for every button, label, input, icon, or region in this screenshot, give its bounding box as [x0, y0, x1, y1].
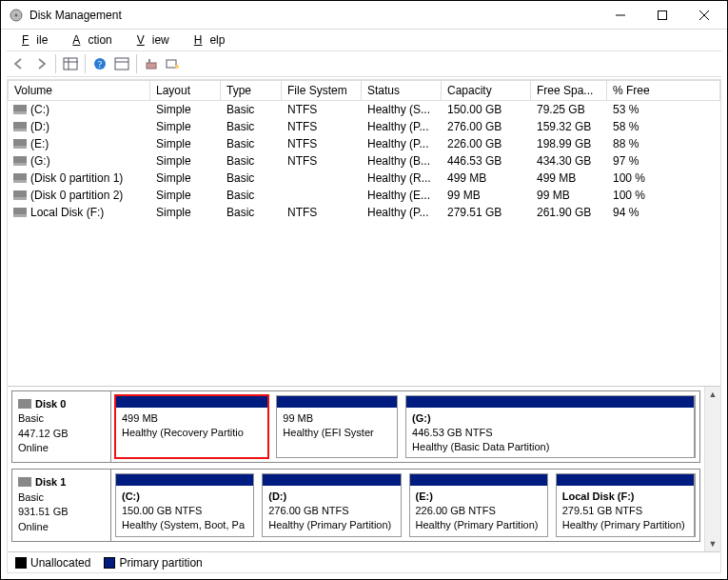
- properties-icon[interactable]: [111, 53, 132, 74]
- menu-view[interactable]: View: [122, 31, 177, 49]
- partition-header-bar: [263, 474, 400, 486]
- forward-button[interactable]: [30, 53, 51, 74]
- volume-icon: [13, 105, 27, 114]
- menu-help[interactable]: Help: [179, 31, 233, 49]
- volume-row[interactable]: Local Disk (F:)SimpleBasicNTFSHealthy (P…: [8, 204, 720, 221]
- app-icon: [9, 8, 24, 23]
- scroll-up-icon[interactable]: ▲: [705, 387, 720, 403]
- volume-icon: [13, 208, 27, 217]
- partition[interactable]: (C:)150.00 GB NTFSHealthy (System, Boot,…: [115, 473, 254, 537]
- legend-unallocated: Unallocated: [15, 556, 90, 570]
- disk-info[interactable]: Disk 1Basic931.51 GBOnline: [11, 469, 111, 542]
- partition-header-bar: [557, 474, 694, 486]
- close-button[interactable]: [683, 2, 725, 29]
- partition-header-bar: [277, 396, 397, 408]
- minimize-button[interactable]: [600, 2, 641, 29]
- maximize-button[interactable]: [641, 2, 683, 29]
- content-area: Volume Layout Type File System Status Ca…: [7, 79, 721, 573]
- disk-management-window: Disk Management File Action View Help ? …: [0, 0, 728, 580]
- col-free[interactable]: Free Spa...: [531, 80, 607, 101]
- back-button[interactable]: [9, 53, 30, 74]
- partition[interactable]: Local Disk (F:)279.51 GB NTFSHealthy (Pr…: [556, 473, 696, 537]
- volume-icon: [13, 139, 27, 149]
- column-headers: Volume Layout Type File System Status Ca…: [8, 80, 720, 101]
- svg-text:?: ?: [98, 59, 103, 70]
- svg-point-16: [175, 65, 179, 69]
- partition[interactable]: 99 MBHealthy (EFI Syster: [276, 395, 398, 459]
- volume-row[interactable]: (G:)SimpleBasicNTFSHealthy (B...446.53 G…: [8, 152, 720, 170]
- svg-rect-11: [115, 58, 128, 70]
- partition-header-bar: [406, 396, 694, 408]
- volume-rows: (C:)SimpleBasicNTFSHealthy (S...150.00 G…: [8, 101, 720, 386]
- svg-rect-13: [147, 63, 156, 69]
- partition-header-bar: [116, 396, 267, 408]
- svg-rect-15: [167, 60, 176, 68]
- show-hide-console-icon[interactable]: [60, 53, 81, 74]
- volume-row[interactable]: (E:)SimpleBasicNTFSHealthy (P...226.00 G…: [8, 135, 720, 152]
- menu-action[interactable]: Action: [57, 31, 119, 49]
- volume-row[interactable]: (Disk 0 partition 2)SimpleBasicHealthy (…: [8, 187, 720, 204]
- col-type[interactable]: Type: [221, 80, 282, 101]
- svg-point-1: [15, 13, 18, 16]
- svg-rect-6: [64, 58, 77, 70]
- volume-row[interactable]: (D:)SimpleBasicNTFSHealthy (P...276.00 G…: [8, 118, 720, 135]
- volume-row[interactable]: (C:)SimpleBasicNTFSHealthy (S...150.00 G…: [8, 101, 720, 118]
- legend: Unallocated Primary partition: [8, 551, 720, 572]
- disk-icon: [18, 399, 31, 409]
- window-buttons: [600, 2, 725, 29]
- disk-info[interactable]: Disk 0Basic447.12 GBOnline: [11, 390, 111, 464]
- volume-icon: [13, 173, 27, 183]
- volume-icon: [13, 190, 27, 200]
- partition[interactable]: (D:)276.00 GB NTFSHealthy (Primary Parti…: [262, 473, 401, 537]
- partition-header-bar: [410, 474, 547, 486]
- svg-rect-14: [148, 59, 150, 63]
- col-pct[interactable]: % Free: [607, 80, 720, 101]
- partition-container: 499 MBHealthy (Recovery Partitio99 MBHea…: [111, 390, 700, 464]
- help-icon[interactable]: ?: [89, 53, 110, 74]
- partition-header-bar: [116, 474, 253, 486]
- volume-row[interactable]: (Disk 0 partition 1)SimpleBasicHealthy (…: [8, 170, 720, 187]
- toolbar: ?: [7, 50, 721, 77]
- col-volume[interactable]: Volume: [8, 80, 150, 101]
- volume-list: Volume Layout Type File System Status Ca…: [8, 80, 720, 387]
- partition[interactable]: (G:)446.53 GB NTFSHealthy (Basic Data Pa…: [405, 395, 696, 459]
- menu-file[interactable]: File: [7, 31, 55, 49]
- col-fs[interactable]: File System: [282, 80, 362, 101]
- disk-graphical-view: Disk 0Basic447.12 GBOnline499 MBHealthy …: [8, 387, 720, 551]
- window-title: Disk Management: [30, 9, 600, 22]
- partition-container: (C:)150.00 GB NTFSHealthy (System, Boot,…: [111, 469, 700, 542]
- col-layout[interactable]: Layout: [150, 80, 221, 101]
- volume-icon: [13, 122, 27, 131]
- partition[interactable]: 499 MBHealthy (Recovery Partitio: [115, 395, 268, 459]
- legend-primary: Primary partition: [104, 556, 202, 570]
- settings-icon[interactable]: [163, 53, 184, 74]
- partition[interactable]: (E:)226.00 GB NTFSHealthy (Primary Parti…: [409, 473, 548, 537]
- scroll-down-icon[interactable]: ▼: [705, 535, 720, 551]
- volume-icon: [13, 156, 27, 166]
- col-status[interactable]: Status: [362, 80, 442, 101]
- disk-row: Disk 0Basic447.12 GBOnline499 MBHealthy …: [11, 390, 700, 464]
- scrollbar-vertical[interactable]: ▲ ▼: [704, 387, 720, 551]
- svg-rect-3: [659, 10, 667, 19]
- menubar: File Action View Help: [1, 30, 727, 50]
- titlebar: Disk Management: [1, 1, 727, 30]
- disk-row: Disk 1Basic931.51 GBOnline(C:)150.00 GB …: [11, 469, 700, 542]
- refresh-icon[interactable]: [141, 53, 162, 74]
- disk-icon: [18, 477, 31, 487]
- col-capacity[interactable]: Capacity: [442, 80, 531, 101]
